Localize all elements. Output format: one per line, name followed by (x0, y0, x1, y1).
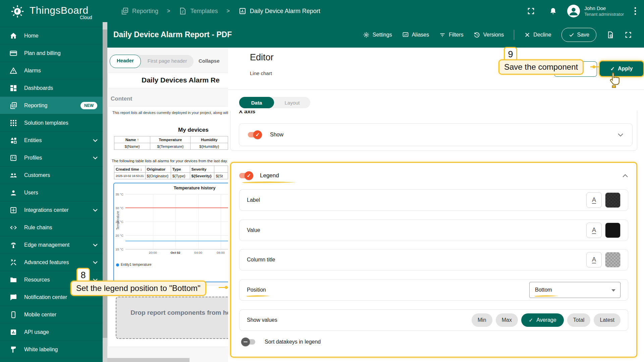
user-role: Tenant administrator (584, 11, 624, 17)
sidebar-item-entities[interactable]: Entities (0, 131, 103, 149)
reporting-icon (9, 102, 17, 110)
sidebar-nav: Home Plan and billing Alarms Dashboards … (0, 22, 103, 362)
chart-series-temperature (125, 241, 228, 241)
person-icon (9, 189, 17, 197)
sidebar-item-white-labeling[interactable]: White labeling (0, 341, 103, 358)
filters-button[interactable]: Filters (439, 32, 464, 38)
legend-position-row: Position Bottom (239, 279, 628, 301)
devices-col-name: Name ↑ (114, 136, 150, 143)
sidebar-item-alarms[interactable]: Alarms (0, 62, 103, 79)
chip-min[interactable]: Min (472, 313, 492, 327)
font-settings-button[interactable]: A (586, 252, 602, 267)
sidebar-item-settings[interactable]: Settings (0, 358, 103, 362)
annotation-tooltip-8: Set the legend position to "Bottom" (70, 281, 206, 296)
gridline (125, 235, 228, 236)
preview-content-paper[interactable]: This report lists all devices currently … (108, 107, 228, 282)
chevron-up-icon[interactable] (622, 174, 628, 178)
color-picker-label[interactable] (605, 192, 621, 208)
generate-report-icon[interactable] (606, 31, 614, 39)
chart-title: Temperature history (161, 185, 228, 190)
sidebar-item-home[interactable]: Home (0, 27, 103, 44)
chip-latest[interactable]: Latest (594, 313, 621, 327)
legend-label: Legend (260, 172, 279, 179)
color-picker-column-title[interactable] (605, 252, 621, 267)
report-toolbar: Daily Device Alarm Report - PDF Settings (107, 22, 644, 48)
new-badge: NEW (80, 102, 97, 109)
legend-toggle[interactable]: ✓ (239, 171, 253, 180)
fullscreen-icon[interactable] (527, 7, 535, 15)
expand-fullscreen-icon[interactable] (625, 31, 632, 39)
preview-header-paper[interactable]: Daily Devices Alarm Re (108, 73, 228, 88)
settings-button[interactable]: Settings (363, 32, 392, 38)
editor-scroll-area[interactable]: X axis ✓ Show ✓ Legend (228, 111, 644, 362)
color-picker-value[interactable] (605, 223, 621, 238)
tab-layout[interactable]: Layout (274, 97, 310, 108)
chip-average[interactable]: ✓ Average (521, 313, 564, 327)
sidebar-item-profiles[interactable]: Profiles (0, 149, 103, 166)
breadcrumb-reporting[interactable]: Reporting (121, 7, 158, 15)
position-select[interactable]: Bottom (529, 282, 621, 298)
top-header: ThingsBoard Cloud Reporting > (0, 0, 644, 22)
sidebar-item-plan-and-billing[interactable]: Plan and billing (0, 44, 103, 62)
gridline (125, 222, 228, 222)
annotation-connector-dot (592, 65, 595, 68)
chip-total[interactable]: Total (567, 313, 591, 327)
x-axis-line (125, 249, 228, 249)
user-info[interactable]: John Doe Tenant administrator (584, 5, 624, 17)
preview-tabs: Header First page header (110, 55, 194, 68)
next-section-edge (107, 358, 190, 362)
legend-header-row: ✓ Legend (239, 168, 628, 184)
sidebar-item-integrations-center[interactable]: Integrations center (0, 201, 103, 219)
sidebar-item-mobile-center[interactable]: Mobile center (0, 306, 103, 323)
drop-zone[interactable]: Drop report components from here (116, 297, 228, 339)
sidebar-item-api-usage[interactable]: API usage (0, 323, 103, 341)
tab-first-page-header[interactable]: First page header (141, 55, 194, 68)
notifications-bell-icon[interactable] (549, 7, 557, 15)
collapse-button[interactable]: Collapse (199, 58, 220, 64)
sidebar-item-reporting[interactable]: Reporting NEW (0, 97, 103, 114)
breadcrumb-templates[interactable]: Templates (179, 7, 218, 15)
user-avatar[interactable] (567, 5, 580, 17)
badge-icon (9, 154, 17, 162)
check-icon: ✓ (529, 317, 533, 323)
versions-button[interactable]: Versions (474, 32, 504, 38)
app-window: ThingsBoard Cloud Reporting > (0, 0, 644, 362)
line-chart-component[interactable]: Temperature history Temperature 35 °C 30… (113, 183, 228, 282)
report-intro-text: This report lists all devices currently … (112, 111, 228, 115)
divider (228, 89, 644, 90)
font-settings-button[interactable]: A (586, 192, 602, 208)
sidebar-item-users[interactable]: Users (0, 184, 103, 201)
devices-table-row: ${Name} ${Temperature} ${Humidity} (114, 143, 228, 150)
toolbar-divider (514, 30, 514, 40)
sidebar-item-dashboards[interactable]: Dashboards (0, 79, 103, 97)
phone-icon (9, 311, 17, 319)
preview-doc-title: Daily Devices Alarm Re (142, 76, 220, 84)
history-icon (474, 32, 480, 38)
api-chart-icon (9, 328, 17, 336)
tab-data[interactable]: Data (239, 97, 274, 108)
apply-button[interactable]: ✓ Apply (600, 61, 643, 76)
breadcrumb-current[interactable]: Daily Device Alarm Report (238, 7, 320, 15)
rule-chain-icon (9, 224, 17, 232)
show-label: Show (270, 132, 283, 138)
aliases-button[interactable]: Aliases (402, 32, 429, 38)
chip-max[interactable]: Max (496, 313, 518, 327)
tab-header[interactable]: Header (110, 55, 141, 68)
kebab-menu-icon[interactable] (634, 7, 637, 15)
font-settings-button[interactable]: A (586, 223, 602, 238)
save-button[interactable]: Save (561, 28, 596, 42)
sidebar-item-solution-templates[interactable]: Solution templates (0, 114, 103, 131)
sort-desc-icon: ↓ (140, 167, 142, 171)
sort-datakeys-toggle[interactable] (242, 338, 255, 346)
app-logo[interactable]: ThingsBoard (10, 3, 89, 19)
report-title: Daily Device Alarm Report - PDF (113, 30, 232, 39)
sidebar-item-rule-chains[interactable]: Rule chains (0, 219, 103, 236)
sidebar-item-customers[interactable]: Customers (0, 166, 103, 184)
close-icon (524, 32, 530, 38)
sort-asc-icon: ↑ (137, 138, 139, 142)
show-toggle[interactable]: ✓ (248, 130, 261, 139)
annotation-underline (240, 180, 298, 184)
chevron-down-icon[interactable] (618, 133, 624, 137)
decline-button[interactable]: Decline (524, 32, 551, 38)
sidebar-item-edge-management[interactable]: Edge management (0, 236, 103, 253)
